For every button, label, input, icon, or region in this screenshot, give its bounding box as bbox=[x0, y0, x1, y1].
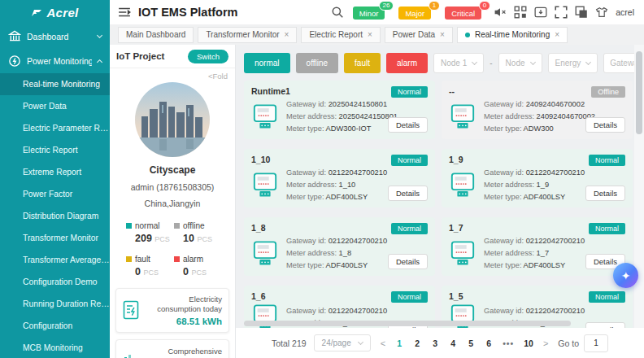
sidebar-item-extreme-report[interactable]: Extreme Report bbox=[0, 161, 110, 183]
sidebar-item-power-monitoring[interactable]: Power Monitoring bbox=[0, 49, 110, 73]
stat-color-square bbox=[126, 223, 132, 229]
tab-transformer-monitor[interactable]: Transformer Monitor× bbox=[198, 27, 297, 43]
gateway-id-value: 02122042700210 bbox=[329, 168, 387, 177]
node-group-value: Node 1 bbox=[441, 59, 467, 68]
switch-project-button[interactable]: Switch bbox=[188, 50, 228, 63]
alarm-badge-minor[interactable]: Minor26 bbox=[353, 7, 385, 20]
device-status-badge: Normal bbox=[589, 223, 625, 234]
details-button[interactable]: Details bbox=[388, 117, 428, 133]
tab-power-data[interactable]: Power Data× bbox=[385, 27, 453, 43]
dashboard-icon bbox=[8, 30, 21, 43]
meter-type-label: Meter type: bbox=[286, 193, 326, 201]
sidebar-item-distribution-diagram[interactable]: Distribution Diagram bbox=[0, 205, 110, 227]
filter-button-normal[interactable]: normal bbox=[244, 53, 290, 73]
details-button[interactable]: Details bbox=[585, 186, 625, 201]
sidebar-item-configuration-demo[interactable]: Configuration Demo bbox=[0, 271, 110, 293]
device-status-badge: Normal bbox=[391, 223, 428, 234]
alarm-badge-major[interactable]: Major1 bbox=[398, 7, 431, 20]
goto-label: Go to bbox=[558, 338, 579, 348]
details-button[interactable]: Details bbox=[585, 117, 625, 133]
meter-type-value: ADF400LSY bbox=[524, 261, 566, 269]
ai-assistant-button[interactable]: ✦ bbox=[613, 263, 638, 288]
search-icon[interactable] bbox=[331, 6, 344, 19]
meter-address-label: Meter address: bbox=[484, 112, 537, 120]
close-tab-icon[interactable]: × bbox=[440, 32, 445, 38]
vertical-scrollbar[interactable] bbox=[634, 45, 644, 328]
skin-tshirt-icon[interactable] bbox=[595, 6, 608, 19]
energy-value: Energy bbox=[555, 59, 581, 68]
metric-card-comprehensive-energy: Comprehensive energy bbox=[115, 339, 229, 358]
collapse-menu-icon[interactable] bbox=[118, 6, 131, 19]
sidebar-item-real-time-monitoring[interactable]: Real-time Monitoring bbox=[0, 73, 110, 95]
close-tab-icon[interactable]: × bbox=[285, 32, 289, 38]
meter-type-label: Meter type: bbox=[484, 124, 524, 133]
close-tab-icon[interactable]: × bbox=[368, 32, 372, 38]
sidebar-item-running-duration-report[interactable]: Running Duration Report bbox=[0, 293, 110, 315]
alarm-badge-label: Major bbox=[405, 9, 424, 18]
sidebar-item-transformer-average-loa[interactable]: Transformer Average Loa... bbox=[0, 249, 110, 271]
meter-address-label: Meter address: bbox=[484, 181, 537, 189]
sidebar-item-transformer-monitor[interactable]: Transformer Monitor bbox=[0, 227, 110, 249]
username[interactable]: acrel bbox=[616, 7, 634, 17]
alarm-badge-critical[interactable]: Critical0 bbox=[445, 7, 481, 20]
alarm-count-badge: 26 bbox=[379, 1, 394, 11]
sidebar-item-electric-report[interactable]: Electric Report bbox=[0, 139, 110, 161]
node-group-select[interactable]: Node 1 bbox=[433, 53, 484, 73]
theme-layers-icon[interactable] bbox=[575, 6, 588, 19]
gateway-id-row: Gateway id: 02122042700210 bbox=[484, 235, 625, 247]
qr-grid-icon[interactable] bbox=[514, 6, 527, 19]
prev-page-button[interactable]: < bbox=[378, 338, 388, 348]
fold-link[interactable]: <Fold bbox=[110, 68, 235, 81]
sidebar-item-power-data[interactable]: Power Data bbox=[0, 95, 110, 117]
page-button-2[interactable]: 2 bbox=[413, 338, 421, 348]
details-button[interactable]: Details bbox=[388, 254, 428, 269]
page-button-6[interactable]: 6 bbox=[485, 338, 493, 348]
meter-icon bbox=[450, 240, 476, 267]
sidebar-item-power-factor[interactable]: Power Factor bbox=[0, 183, 110, 205]
details-button[interactable]: Details bbox=[388, 186, 428, 201]
filter-button-alarm[interactable]: alarm bbox=[386, 53, 428, 73]
page-button-5[interactable]: 5 bbox=[467, 338, 475, 348]
stat-unit: PCS bbox=[143, 268, 159, 277]
energy-select[interactable]: Energy bbox=[548, 53, 598, 73]
alarm-badge-label: Minor bbox=[359, 9, 379, 18]
page-button-1[interactable]: 1 bbox=[395, 338, 403, 348]
goto-page-input[interactable] bbox=[584, 334, 608, 352]
device-card-1-9: 1_9NormalGateway id: 02122042700210Meter… bbox=[442, 149, 633, 207]
sidebar-item-mcb-monitoring[interactable]: MCB Monitoring bbox=[0, 337, 110, 358]
horizontal-scrollbar-thumb[interactable] bbox=[244, 321, 571, 326]
meter-icon-wrap bbox=[449, 103, 476, 130]
page-size-select[interactable]: 24/page bbox=[314, 334, 371, 351]
stat-label: offline bbox=[174, 221, 222, 230]
sidebar-item-label: Dashboard bbox=[27, 32, 92, 41]
device-card-: --OfflineGateway id: 24092404670002Meter… bbox=[442, 81, 633, 139]
page-button-10[interactable]: 10 bbox=[524, 338, 533, 348]
next-page-button[interactable]: > bbox=[541, 338, 550, 348]
vertical-scrollbar-thumb[interactable] bbox=[636, 51, 642, 134]
gateway-id-value: 20250424150801 bbox=[329, 100, 387, 108]
node-select[interactable]: Node bbox=[498, 53, 542, 73]
sidebar-item-electric-parameter-report[interactable]: Electric Parameter Report bbox=[0, 117, 110, 139]
page-button-4[interactable]: 4 bbox=[449, 338, 457, 348]
filter-button-fault[interactable]: fault bbox=[344, 53, 381, 73]
filter-button-offline[interactable]: offline bbox=[296, 53, 339, 73]
close-tab-icon[interactable]: × bbox=[555, 32, 559, 38]
tab-real-time-monitoring[interactable]: Real-time Monitoring× bbox=[457, 27, 568, 43]
guide-icon[interactable] bbox=[534, 6, 547, 19]
device-status-badge: Normal bbox=[589, 155, 625, 166]
gateway-id-value: 24092404670002 bbox=[526, 100, 585, 108]
admin-line: admin (18761508305) bbox=[110, 182, 235, 192]
active-tab-dot-icon bbox=[465, 33, 470, 37]
tab-main-dashboard[interactable]: Main Dashboard bbox=[118, 27, 194, 43]
alarm-badges: Minor26Major1Critical0 bbox=[353, 5, 482, 20]
sidebar-item-configuration[interactable]: Configuration bbox=[0, 315, 110, 337]
sidebar-item-dashboard[interactable]: Dashboard bbox=[0, 24, 110, 49]
fullscreen-icon[interactable] bbox=[555, 6, 568, 19]
stat-color-square bbox=[174, 223, 180, 229]
mute-icon[interactable] bbox=[494, 6, 507, 19]
tab-electric-report[interactable]: Electric Report× bbox=[301, 27, 380, 43]
meter-icon-wrap bbox=[449, 240, 476, 267]
meter-type-value: ADF400LSY bbox=[524, 193, 566, 201]
metric-label: Comprehensive energy bbox=[147, 347, 222, 358]
page-button-3[interactable]: 3 bbox=[431, 338, 439, 348]
